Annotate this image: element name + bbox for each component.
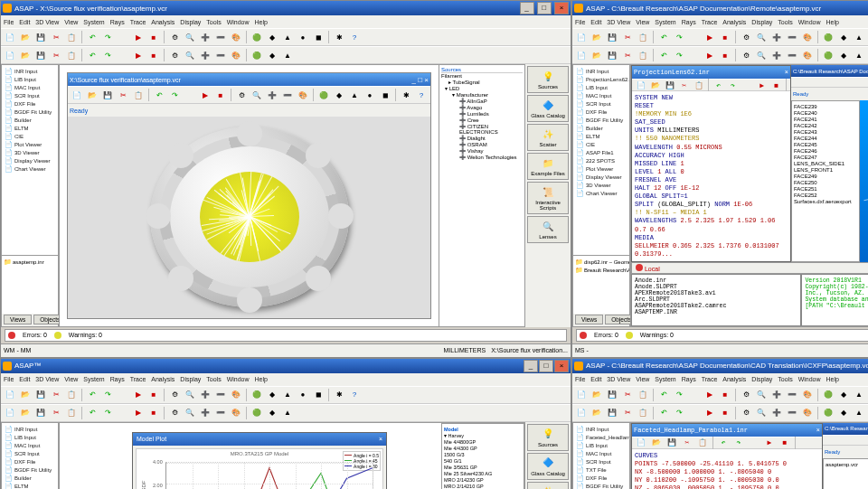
- toolbar-btn-6[interactable]: ↷: [100, 48, 115, 62]
- toolbar-btn-12[interactable]: ➕: [769, 48, 784, 62]
- close-button[interactable]: ×: [554, 2, 569, 14]
- toolbar-btn-13[interactable]: ➖: [213, 30, 228, 44]
- editor-body[interactable]: SYSTEM NEWRESET!MEMORY MIN 1E6SAT_SEEDUN…: [632, 91, 790, 261]
- toolbox-glass-catalog[interactable]: 🔷Glass Catalog: [527, 95, 569, 122]
- toolbar-btn-5[interactable]: ↶: [656, 30, 671, 44]
- proj-item[interactable]: disp62.inr – Geometric...: [575, 259, 627, 266]
- toolbar-btn-15[interactable]: 🟢: [821, 48, 835, 62]
- toolbar-btn-13[interactable]: ➖: [785, 388, 799, 402]
- tree-item[interactable]: BGDF Fit Utility: [4, 108, 56, 116]
- src-tubesignal[interactable]: ▸ TubeSignal: [441, 79, 523, 85]
- face-item[interactable]: FACE245: [794, 142, 857, 147]
- tree-item[interactable]: CIE: [575, 141, 627, 148]
- menu-analysis[interactable]: Analysis: [151, 19, 175, 25]
- toolbar-btn-3[interactable]: ✂: [49, 406, 63, 420]
- toolbar-btn-12[interactable]: ➕: [198, 30, 212, 44]
- toolbar-btn-4[interactable]: 📋: [692, 78, 705, 92]
- input-tree[interactable]: INR InputProjectionLens62.inrLIB InputMA…: [573, 65, 629, 255]
- mfr-item[interactable]: ➕ Lumileds: [459, 110, 523, 117]
- toolbar-btn-9[interactable]: ■: [718, 388, 732, 402]
- tree-item[interactable]: INR Input: [4, 68, 56, 75]
- toolbar-btn-9[interactable]: ■: [146, 406, 161, 420]
- toolbox-scatter[interactable]: ✨Scatter: [527, 124, 569, 151]
- titlebar[interactable]: ASAP - C:\Breault Research\ASAP Document…: [572, 359, 868, 373]
- toolbar-btn-6[interactable]: ↷: [672, 48, 686, 62]
- menu-3d-view[interactable]: 3D View: [35, 376, 59, 382]
- toolbar-btn-9[interactable]: ■: [769, 78, 783, 92]
- proj-item[interactable]: Breault Research\ASAP...: [575, 267, 627, 274]
- project-pane[interactable]: disp62.inr – Geometric...Breault Researc…: [573, 255, 629, 314]
- toolbar-btn-20[interactable]: ✱: [332, 30, 346, 44]
- object-log[interactable]: asaptemp.vcr: [823, 458, 868, 489]
- toolbar-btn-16[interactable]: ◆: [265, 406, 279, 420]
- toolbar-btn-7[interactable]: [687, 48, 702, 62]
- toolbar-btn-8[interactable]: ▶: [762, 436, 777, 450]
- tree-item[interactable]: Plot Viewer: [575, 165, 627, 173]
- toolbar-btn-16[interactable]: ◆: [836, 406, 851, 420]
- menu-help[interactable]: Help: [826, 19, 839, 25]
- face-item[interactable]: FACE242: [794, 123, 857, 128]
- menu-system[interactable]: System: [83, 19, 104, 25]
- project-pane[interactable]: asaptemp.inr: [2, 255, 58, 314]
- plot-close[interactable]: ×: [379, 436, 382, 442]
- tree-item[interactable]: DXF File: [4, 458, 56, 465]
- toolbar-btn-16[interactable]: ◆: [836, 48, 851, 62]
- viewer-max[interactable]: □: [418, 76, 422, 84]
- face-item[interactable]: FACE247: [794, 155, 857, 160]
- model-item[interactable]: 540 G/1: [444, 458, 522, 464]
- editor-titlebar[interactable]: Faceted_Headlamp_Parabola1.inr×: [632, 424, 822, 437]
- toolbar-btn-1[interactable]: 📂: [18, 406, 33, 420]
- toolbar-btn-3[interactable]: ✂: [677, 78, 691, 92]
- toolbar-btn-9[interactable]: ■: [146, 48, 161, 62]
- toolbar-btn-18[interactable]: ●: [296, 30, 310, 44]
- toolbar-btn-8[interactable]: ▶: [198, 88, 212, 102]
- tree-item[interactable]: SCR Input: [575, 458, 627, 465]
- toolbar-btn-1[interactable]: 📂: [590, 48, 604, 62]
- toolbar-btn-11[interactable]: 🔍: [183, 406, 197, 420]
- tree-item[interactable]: ASAP File1: [575, 149, 627, 156]
- toolbar-btn-15[interactable]: 🟢: [821, 406, 835, 420]
- sources-panel[interactable]: Sources Filament ▸ TubeSignal ▾ LED ▾ Ma…: [439, 65, 524, 326]
- tree-item[interactable]: MAC Input: [4, 442, 56, 449]
- toolbar-btn-13[interactable]: ➖: [785, 48, 799, 62]
- toolbar-btn-0[interactable]: 📄: [574, 30, 589, 44]
- toolbar-btn-3[interactable]: ✂: [680, 436, 694, 450]
- toolbar-btn-10[interactable]: ⚙: [167, 30, 182, 44]
- toolbox-example-files[interactable]: 📁Example Files: [527, 153, 569, 180]
- menu-trace[interactable]: Trace: [130, 19, 146, 25]
- toolbar-btn-2[interactable]: 💾: [605, 48, 619, 62]
- tree-item[interactable]: ELTM: [575, 133, 627, 140]
- code-editor[interactable]: Faceted_Headlamp_Parabola1.inr× 📄📂💾✂📋↶↷ …: [631, 423, 823, 489]
- toolbar-btn-6[interactable]: ↷: [726, 78, 740, 92]
- tree-item[interactable]: LIB Input: [4, 434, 56, 441]
- toolbox-sources[interactable]: 💡Sources: [527, 424, 569, 451]
- models-list[interactable]: Model ▾ Harvey Mie 4/4800GP Mie 4/4300 G…: [441, 423, 524, 489]
- toolbar-btn-21[interactable]: ?: [347, 388, 362, 402]
- toolbar-btn-5[interactable]: ↶: [85, 30, 99, 44]
- toolbar-btn-19[interactable]: ◼: [378, 88, 392, 102]
- tree-item[interactable]: INR Input: [575, 426, 627, 433]
- 3d-viewport[interactable]: [68, 117, 430, 318]
- tree-item[interactable]: DXF File: [575, 475, 627, 482]
- toolbar-btn-17[interactable]: ▲: [852, 48, 866, 62]
- toolbar-btn-1[interactable]: 📂: [590, 388, 604, 402]
- toolbar-btn-11[interactable]: 🔍: [754, 30, 769, 44]
- tree-item[interactable]: INR Input: [4, 426, 56, 433]
- menu-view[interactable]: View: [64, 19, 78, 25]
- toolbar-btn-3[interactable]: ✂: [49, 48, 63, 62]
- maximize-button[interactable]: □: [537, 2, 552, 14]
- left-tabs[interactable]: ViewsObjects: [573, 314, 629, 326]
- tree-item[interactable]: LIB Input: [4, 76, 56, 83]
- menu-system[interactable]: System: [655, 376, 675, 382]
- menu-tools[interactable]: Tools: [778, 376, 792, 382]
- toolbar-btn-2[interactable]: 💾: [605, 30, 619, 44]
- toolbar-btn-9[interactable]: ■: [778, 436, 792, 450]
- viewer-min[interactable]: _: [412, 76, 416, 84]
- tree-item[interactable]: 3D Viewer: [575, 182, 627, 189]
- toolbar-btn-12[interactable]: ➕: [769, 406, 784, 420]
- tree-item[interactable]: SCR Input: [575, 100, 627, 108]
- toolbar-btn-6[interactable]: ↷: [100, 406, 115, 420]
- menu-edit[interactable]: Edit: [19, 19, 30, 25]
- face-item[interactable]: Surfaces.dxf.aeroexport: [794, 199, 857, 204]
- mfr-item[interactable]: ➕ OSRAM: [459, 141, 523, 147]
